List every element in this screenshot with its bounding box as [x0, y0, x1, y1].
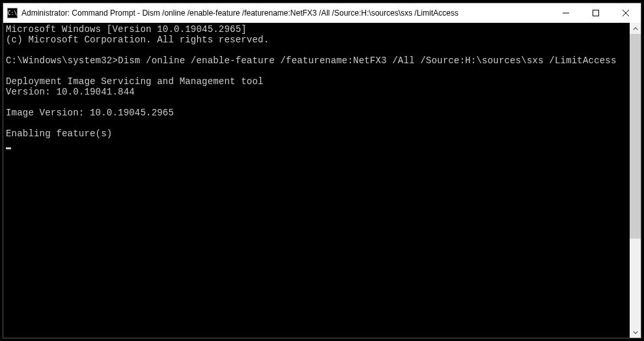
scroll-down-button[interactable]	[630, 327, 641, 338]
window-title: Administrator: Command Prompt - Dism /on…	[21, 8, 551, 18]
line-8: Image Version: 10.0.19045.2965	[6, 108, 174, 118]
minimize-icon	[563, 10, 569, 16]
chevron-up-icon	[633, 26, 638, 31]
line-6: Version: 10.0.19041.844	[6, 87, 135, 97]
vertical-scrollbar[interactable]	[630, 23, 641, 338]
svg-rect-1	[593, 10, 599, 16]
window-controls	[551, 3, 641, 23]
terminal-output[interactable]: Microsoft Windows [Version 10.0.19045.29…	[3, 23, 630, 338]
line-3: C:\Windows\system32>Dism /online /enable…	[6, 55, 617, 66]
line-10: Enabling feature(s)	[6, 128, 112, 139]
scroll-track[interactable]	[630, 34, 641, 327]
minimize-button[interactable]	[551, 3, 581, 23]
maximize-icon	[593, 10, 599, 16]
command-prompt-window: C:\ Administrator: Command Prompt - Dism…	[3, 3, 641, 338]
cmd-icon-label: C:\	[8, 10, 17, 16]
titlebar[interactable]: C:\ Administrator: Command Prompt - Dism…	[3, 3, 641, 23]
chevron-down-icon	[633, 330, 638, 335]
line-0: Microsoft Windows [Version 10.0.19045.29…	[6, 24, 247, 35]
cmd-icon: C:\	[7, 8, 18, 18]
line-5: Deployment Image Servicing and Managemen…	[6, 76, 264, 87]
line-1: (c) Microsoft Corporation. All rights re…	[6, 35, 269, 45]
scroll-thumb[interactable]	[630, 34, 641, 239]
close-icon	[623, 10, 629, 16]
scroll-up-button[interactable]	[630, 23, 641, 34]
maximize-button[interactable]	[581, 3, 611, 23]
close-button[interactable]	[611, 3, 641, 23]
content-area: Microsoft Windows [Version 10.0.19045.29…	[3, 23, 641, 338]
text-cursor	[6, 147, 11, 149]
